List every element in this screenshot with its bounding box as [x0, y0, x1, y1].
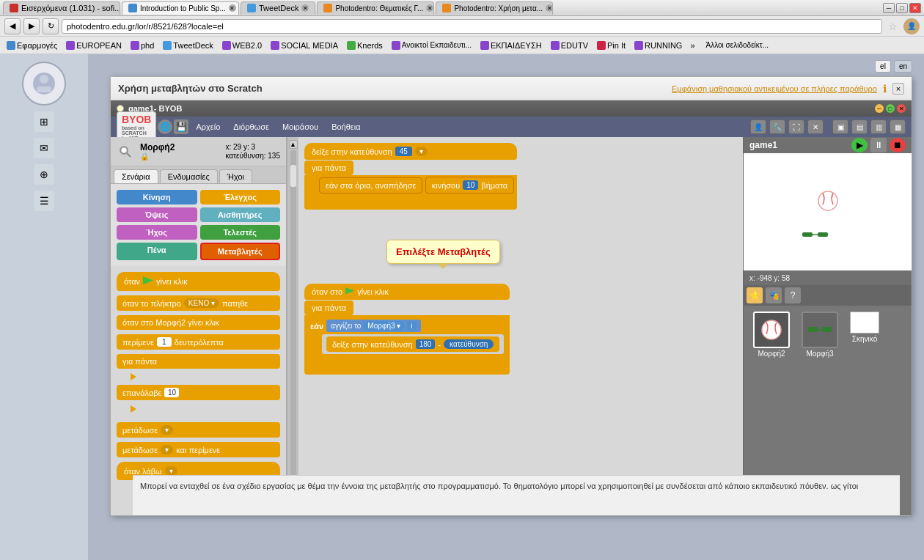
sidebar-nav-3[interactable]: ⊕ [34, 164, 54, 185]
block-forever[interactable]: για πάντα [117, 354, 280, 369]
block-broadcast-wait-dropdown[interactable]: ▾ [161, 445, 173, 454]
direction-value[interactable]: 180 [416, 339, 436, 349]
sidebar-nav-2[interactable]: ✉ [34, 138, 54, 158]
bookmark-knerds[interactable]: Knerds [343, 40, 386, 51]
cat-motion[interactable]: Κίνηση [117, 190, 197, 205]
scratch-btn-tool[interactable]: 🔧 [769, 119, 785, 134]
tab-photodentro2[interactable]: Photodentro: Χρήση μετα... ✕ [436, 1, 553, 15]
reload-button[interactable]: ↻ [43, 18, 59, 34]
stage-pause-btn[interactable]: ⏸ [870, 138, 887, 152]
cat-operators[interactable]: Τελεστές [200, 225, 281, 240]
bookmark-web20[interactable]: WEB2.0 [219, 40, 265, 51]
stage-stop-btn[interactable]: ⏹ [890, 138, 906, 152]
bookmark-apps[interactable]: Εφαρμογές [3, 40, 61, 51]
script1-dropdown[interactable]: ▾ [415, 147, 428, 156]
cat-sensing[interactable]: Αισθητήρες [200, 207, 281, 222]
bookmark-star[interactable]: ☆ [885, 21, 901, 32]
sprite3-dropdown[interactable]: Μορφή3 ▾ [363, 321, 405, 331]
script2-block1[interactable]: όταν στο γίνει κλικ [304, 284, 510, 300]
bookmark-running[interactable]: RUNNING [631, 40, 686, 51]
script1-block1[interactable]: δείξε στην κατεύθυνση 45 ▾ [304, 143, 517, 160]
block-when-sprite-click[interactable]: όταν στο Μορφή2 γίνει κλικ [117, 315, 280, 330]
scratch-maximize[interactable]: □ [886, 104, 895, 113]
bookmark-phd[interactable]: phd [127, 40, 158, 51]
scratch-close[interactable]: ✕ [897, 104, 906, 113]
scratch-btn-layout3[interactable]: ▥ [870, 119, 887, 134]
block-repeat[interactable]: επανάλαβε 10 [117, 385, 280, 400]
cat-looks[interactable]: Όψεις [117, 207, 197, 222]
block-wait[interactable]: περίμενε 1 δευτερόλεπτα [117, 334, 280, 350]
address-input[interactable] [62, 19, 882, 34]
menu-edit[interactable]: Διόρθωσε [227, 121, 275, 133]
tab-tweetdeck[interactable]: TweetDeck ✕ [241, 1, 315, 15]
sprite-thumb-morfi3[interactable]: Μορφή3 [798, 312, 842, 358]
script1-steps-input[interactable]: 10 [463, 180, 478, 190]
sidebar-nav-1[interactable]: ⊞ [34, 111, 54, 132]
bookmark-edutv[interactable]: EDUTV [547, 40, 592, 51]
modal-close-button[interactable]: × [892, 83, 904, 95]
bookmarks-more[interactable]: » [687, 41, 697, 50]
scripts-canvas[interactable]: δείξε στην κατεύθυνση 45 ▾ για πάντα [298, 137, 743, 515]
bookmark-tweetdeck[interactable]: TweetDeck [159, 40, 216, 51]
bookmark-ekpaid[interactable]: ΕΚΠΑΙΔΕΥΣΗ [477, 40, 546, 51]
script1-bounce[interactable]: εάν στα όρια, αναπήδησε [319, 177, 422, 194]
tab-scenarios[interactable]: Σενάρια [114, 169, 158, 183]
script1-forever[interactable]: για πάντα [304, 161, 353, 175]
block-broadcast-wait[interactable]: μετάδωσε ▾ και περίμενε [117, 442, 280, 457]
sprite-thumb-morfi2[interactable]: Μορφή2 [749, 312, 793, 358]
scratch-btn-layout1[interactable]: ▣ [832, 119, 848, 134]
lang-el-button[interactable]: el [875, 60, 891, 73]
block-key-dropdown[interactable]: ΚΕΝΟ ▾ [184, 298, 219, 308]
block-broadcast-dropdown[interactable]: ▾ [161, 425, 173, 435]
script2-direction-block[interactable]: δείξε στην κατεύθυνση 180 - κατεύθυνση [326, 336, 499, 352]
lang-en-button[interactable]: en [894, 60, 912, 73]
scratch-btn-layout4[interactable]: ▦ [890, 119, 906, 134]
bookmark-anoiktoi[interactable]: Ανοικτοί Εκπαιδευτι... [388, 40, 475, 51]
block-when-flag[interactable]: όταν γίνει κλικ [117, 272, 280, 291]
sidebar-nav-4[interactable]: ☰ [34, 191, 54, 211]
menu-share[interactable]: Μοιράσου [276, 121, 324, 133]
block-when-key[interactable]: όταν το πλήκτρο ΚΕΝΟ ▾ πατηθε [117, 295, 280, 311]
sprite-zoom-btn[interactable] [117, 143, 134, 161]
forward-button[interactable]: ▶ [23, 18, 40, 34]
win-minimize[interactable]: ─ [883, 3, 895, 13]
scratch-btn-person[interactable]: 👤 [750, 119, 766, 134]
bookmark-european[interactable]: EUROPEAN [62, 40, 125, 51]
script2-forever[interactable]: για πάντα [304, 301, 353, 315]
tab-photodentro1[interactable]: Photodentro: Θεματικές Γ... ✕ [317, 1, 434, 15]
tab-close-photodentro1[interactable]: ✕ [426, 4, 433, 12]
save-icon[interactable]: 💾 [174, 119, 188, 134]
stage-play-btn[interactable]: ▶ [851, 138, 868, 152]
modal-fullscreen-link[interactable]: Εμφάνιση μαθησιακού αντικειμένου σε πλήρ… [672, 84, 877, 93]
win-close[interactable]: ✕ [909, 3, 921, 13]
block-wait-input[interactable]: 1 [157, 337, 172, 347]
bookmark-pinit[interactable]: Pin It [593, 40, 629, 51]
tab-close-photodentro2[interactable]: ✕ [546, 4, 553, 12]
sprite-help-btn[interactable]: ? [785, 287, 801, 303]
cat-pen[interactable]: Πένα [117, 243, 197, 260]
sprite-costume-btn[interactable]: 🎭 [766, 287, 782, 303]
scratch-minimize[interactable]: ─ [875, 104, 884, 113]
bookmark-alloi[interactable]: Άλλοι σελιδοδείκτ... [703, 40, 773, 51]
bookmark-social[interactable]: SOCIAL MEDIA [267, 40, 342, 51]
tab-gmail[interactable]: Εισερχόμενα (1.031) - sofi... ✕ [3, 1, 120, 15]
script1-move[interactable]: κινήσου 10 βήματα [425, 177, 514, 194]
scratch-btn-layout2[interactable]: ▤ [851, 119, 868, 134]
scroll-thumb[interactable] [290, 165, 296, 187]
direction-var[interactable]: κατεύθυνση [444, 339, 494, 349]
scratch-btn-close2[interactable]: ✕ [807, 119, 824, 134]
block-broadcast[interactable]: μετάδωσε ▾ [117, 422, 280, 438]
cat-control[interactable]: Έλεγχος [200, 190, 281, 205]
globe-icon[interactable]: 🌐 [158, 119, 172, 134]
back-button[interactable]: ◀ [4, 18, 21, 34]
menu-help[interactable]: Βοήθεια [326, 121, 366, 133]
win-maximize[interactable]: □ [896, 3, 908, 13]
sprite-add-btn[interactable]: ⭐ [747, 287, 763, 303]
touching-block[interactable]: αγγίζει το Μορφή3 ▾ i [326, 320, 420, 332]
menu-file[interactable]: Αρχείο [190, 121, 226, 133]
tab-intro[interactable]: Introduction to Public Sp... ✕ [122, 1, 239, 15]
stage-thumb[interactable]: Σκηνικό [846, 312, 883, 358]
block-repeat-input[interactable]: 10 [164, 388, 179, 397]
tab-costumes[interactable]: Ενδυμασίες [160, 169, 218, 183]
tab-close-intro[interactable]: ✕ [229, 4, 236, 12]
